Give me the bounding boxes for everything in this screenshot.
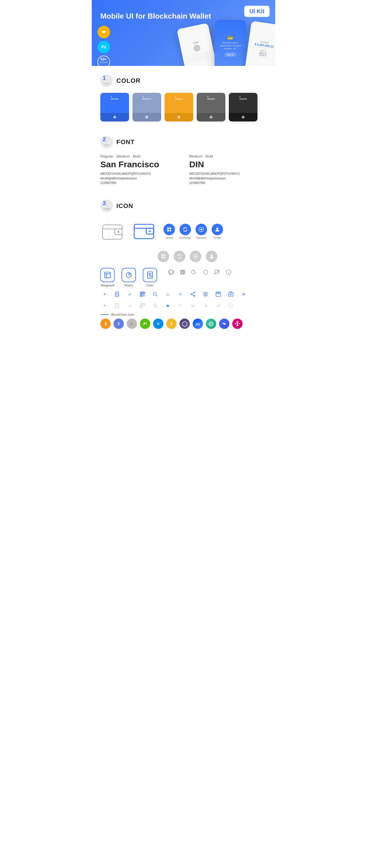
color-swatch-orange: #F5A623 — [165, 93, 193, 121]
ethereum-icon: Ξ — [114, 318, 124, 329]
circle-icon — [201, 268, 210, 276]
svg-rect-14 — [167, 230, 169, 231]
svg-rect-69 — [228, 293, 233, 296]
svg-point-24 — [195, 255, 196, 257]
icon-item-profile-gray — [206, 251, 217, 262]
svg-point-59 — [153, 292, 156, 296]
search-icon-gray — [151, 301, 160, 310]
font-section-header: 2 TWO FONT — [101, 136, 266, 148]
qr-icon-gray — [138, 301, 147, 310]
icon-section-header: 3 THREE ICON — [101, 200, 266, 212]
svg-line-60 — [156, 295, 157, 296]
svg-marker-82 — [210, 323, 212, 325]
crypto-icons-row: ₿ Ξ Ł D Z — [101, 318, 266, 329]
chevron-left-icon: < — [176, 290, 185, 299]
icon-item-assets: Assets — [163, 224, 175, 239]
document-edit-icon — [113, 290, 121, 299]
font-din-lowercase: abcdefghijklmnopqrstuvwxyz — [189, 176, 266, 181]
hero-section: Mobile UI for Blockchain Wallet UI Kit ✏… — [92, 0, 275, 66]
exchange-icon — [179, 224, 191, 235]
svg-point-22 — [164, 257, 165, 258]
phone-mockup-left: Profile — [177, 23, 219, 66]
speech-bubble-icon — [213, 268, 221, 276]
phone-mockup-right: myWallet $ 6,297,502.12 BTC ▲ ETH ▲ WAVE… — [245, 21, 275, 66]
polygon-icon — [179, 318, 190, 329]
share-icon — [189, 290, 197, 299]
star-icon-active: ★ — [163, 301, 172, 310]
hero-badges: ✏ Ps 60+ Screens — [97, 26, 110, 66]
color-swatch-dark: #303030 — [229, 93, 257, 121]
management-icon — [101, 268, 115, 282]
font-din-style: Medium · Bold — [189, 154, 266, 158]
svg-marker-81 — [209, 322, 213, 326]
svg-rect-20 — [164, 254, 165, 256]
tool-icons-row1: + ✓ — [101, 290, 266, 299]
zcash-icon: Z — [166, 318, 177, 329]
management-icon-item: Mangment — [101, 268, 115, 287]
svg-point-6 — [117, 231, 119, 232]
svg-point-15 — [169, 230, 171, 231]
layers-icon — [178, 268, 187, 276]
moon-icon — [190, 268, 198, 276]
font-din-uppercase: ABCDEFGHIJKLMNOPQRSTUVWXYZ — [189, 172, 266, 176]
management-label: Mangment — [101, 284, 114, 287]
close-icon: ✕ — [239, 290, 248, 299]
color-section: 1 ONE COLOR #3574FA #8DA0C8 #F5A623 #666… — [92, 66, 275, 127]
icon-section-number: 3 THREE — [101, 200, 113, 212]
screens-badge: 60+ Screens — [97, 56, 110, 66]
svg-point-17 — [200, 228, 202, 230]
nav-icon-group-gray — [101, 251, 266, 262]
svg-point-83 — [223, 323, 225, 324]
font-din-numbers: 1234567890 — [189, 181, 266, 185]
search-icon — [151, 290, 160, 299]
icon-item-assets-gray — [158, 251, 169, 262]
neo-icon — [140, 318, 150, 329]
icon-item-discover: Discover — [196, 224, 207, 239]
blockchain-label: BlockChain Icon — [101, 313, 266, 316]
svg-point-61 — [194, 292, 195, 293]
font-block-sf: Regular · Medium · Bold San Francisco AB… — [101, 154, 178, 185]
info-icon-gray: ⓘ — [227, 301, 235, 310]
exchange-label: Exchange — [179, 236, 191, 239]
font-section-number: 2 TWO — [101, 136, 113, 148]
svg-rect-26 — [105, 272, 110, 278]
discover-icon — [196, 224, 207, 235]
waves-icon — [193, 318, 203, 329]
svg-point-88 — [237, 323, 238, 324]
kyber-icon — [206, 318, 216, 329]
svg-text:i: i — [228, 271, 229, 274]
font-din-name: DIN — [189, 160, 266, 169]
checkmark-icon: ✓ — [125, 290, 134, 299]
history-label: History — [124, 284, 133, 287]
exchange-icon-gray — [174, 251, 185, 262]
svg-point-63 — [194, 296, 195, 297]
svg-point-78 — [153, 304, 156, 307]
font-sf-name: San Francisco — [101, 160, 178, 169]
assets-label: Assets — [165, 236, 173, 239]
save-icon — [214, 290, 223, 299]
font-section: 2 TWO FONT Regular · Medium · Bold San F… — [92, 127, 275, 191]
info-icon: i — [224, 268, 233, 276]
order-label: Order — [146, 284, 154, 287]
blockchain-line — [101, 314, 109, 315]
svg-rect-77 — [140, 306, 142, 308]
font-sf-style: Regular · Medium · Bold — [101, 154, 178, 158]
qr-icon — [138, 290, 147, 299]
svg-rect-56 — [143, 295, 144, 296]
wallet-icon-wireframe — [101, 219, 126, 244]
history-icon: ! — [121, 268, 136, 282]
star-icon: ☆ — [163, 290, 172, 299]
font-sf-numbers: 1234567890 — [101, 181, 178, 185]
svg-rect-57 — [144, 295, 144, 296]
svg-rect-54 — [143, 292, 144, 293]
svg-rect-19 — [162, 254, 163, 256]
svg-text:!: ! — [130, 273, 130, 274]
svg-line-64 — [192, 293, 194, 294]
band-icon — [219, 318, 229, 329]
color-section-title: COLOR — [116, 77, 140, 85]
order-icon-item: Order — [143, 268, 157, 287]
svg-marker-80 — [182, 321, 187, 327]
plus-icon: + — [101, 290, 109, 299]
icon-item-exchange-gray — [174, 251, 185, 262]
font-sf-lowercase: abcdefghijklmnopqrstuvwxyz — [101, 176, 178, 181]
